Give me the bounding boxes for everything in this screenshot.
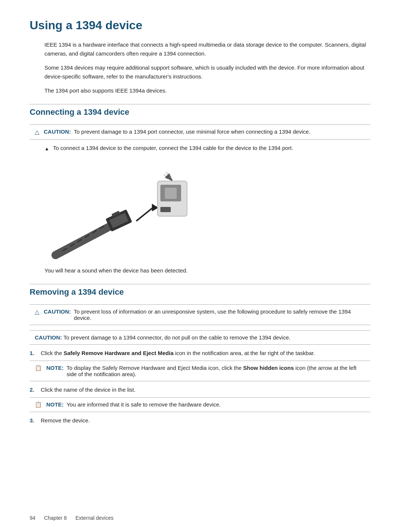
caution-connect-text: To prevent damage to a 1394 port connect… xyxy=(74,128,310,135)
footer-page-num: 94 xyxy=(30,515,36,521)
svg-line-10 xyxy=(136,207,154,221)
step-1-text: Click the Safely Remove Hardware and Eje… xyxy=(41,350,315,356)
svg-text:🔌: 🔌 xyxy=(163,171,173,181)
footer-chapter-label: External devices xyxy=(76,515,114,521)
section-connecting-header: Connecting a 1394 device xyxy=(30,104,370,119)
intro-para-3: The 1394 port also supports IEEE 1394a d… xyxy=(44,86,370,95)
step-3-num: 3. xyxy=(30,417,37,424)
image-caption: You will hear a sound when the device ha… xyxy=(44,266,370,275)
step-3: 3. Remove the device. xyxy=(30,417,370,424)
note-2-text: You are informed that it is safe to remo… xyxy=(67,401,221,408)
step-2: 2. Click the name of the device in the l… xyxy=(30,387,370,393)
caution-connect: △ CAUTION: To prevent damage to a 1394 p… xyxy=(30,124,370,140)
cable-illustration-container: 🔌 xyxy=(44,159,185,259)
note-2-label: NOTE: xyxy=(46,401,64,408)
footer-chapter: Chapter 8 xyxy=(44,515,67,521)
caution-remove-2-label: CAUTION: xyxy=(35,334,62,341)
svg-line-0 xyxy=(56,222,119,255)
svg-rect-13 xyxy=(160,207,171,212)
bullet-triangle-icon: ▲ xyxy=(44,146,49,151)
step-2-text: Click the name of the device in the list… xyxy=(41,387,136,393)
note-1-icon: 📋 xyxy=(35,365,42,371)
page-title: Using a 1394 device xyxy=(30,19,370,32)
section-connecting: Connecting a 1394 device △ CAUTION: To p… xyxy=(30,104,370,275)
step-2-num: 2. xyxy=(30,387,37,393)
note-1-text: To display the Safely Remove Hardware an… xyxy=(67,365,365,377)
intro-block: IEEE 1394 is a hardware interface that c… xyxy=(44,40,370,95)
caution-remove-1-triangle-icon: △ xyxy=(35,308,39,315)
section-removing-header: Removing a 1394 device xyxy=(30,284,370,299)
step-1-num: 1. xyxy=(30,350,37,356)
note-1-label: NOTE: xyxy=(46,365,64,371)
note-1: 📋 NOTE: To display the Safely Remove Har… xyxy=(30,361,370,381)
caution-remove-2-text: To prevent damage to a 1394 connector, d… xyxy=(63,334,290,341)
section-removing-title: Removing a 1394 device xyxy=(30,287,370,299)
caution-remove-1: △ CAUTION: To prevent loss of informatio… xyxy=(30,304,370,325)
intro-para-1: IEEE 1394 is a hardware interface that c… xyxy=(44,40,370,58)
svg-rect-15 xyxy=(165,188,177,199)
step-3-text: Remove the device. xyxy=(41,417,90,424)
note-2-icon: 📋 xyxy=(35,401,42,408)
step-1: 1. Click the Safely Remove Hardware and … xyxy=(30,350,370,356)
caution-triangle-icon: △ xyxy=(35,128,39,135)
note-2: 📋 NOTE: You are informed that it is safe… xyxy=(30,397,370,412)
caution-remove-1-text: To prevent loss of information or an unr… xyxy=(74,308,365,321)
section-connecting-title: Connecting a 1394 device xyxy=(30,107,370,119)
connect-bullet-text: To connect a 1394 device to the computer… xyxy=(53,145,293,151)
section-removing: Removing a 1394 device △ CAUTION: To pre… xyxy=(30,284,370,424)
footer: 94 Chapter 8 External devices xyxy=(30,515,113,521)
caution-connect-label: CAUTION: xyxy=(44,128,71,135)
caution-remove-2: CAUTION: To prevent damage to a 1394 con… xyxy=(30,330,370,345)
intro-para-2: Some 1394 devices may require additional… xyxy=(44,63,370,81)
connect-bullet-item: ▲ To connect a 1394 device to the comput… xyxy=(44,145,370,151)
cable-illustration-svg: 🔌 xyxy=(44,159,200,262)
caution-remove-1-label: CAUTION: xyxy=(44,308,71,315)
